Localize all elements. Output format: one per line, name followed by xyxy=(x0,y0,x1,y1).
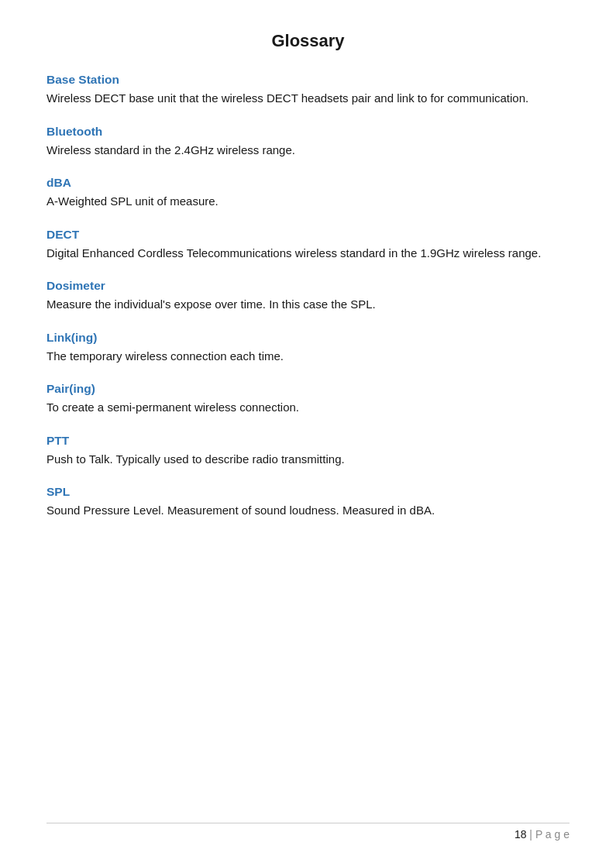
glossary-term: SPL xyxy=(46,485,570,499)
glossary-entry: DosimeterMeasure the individual's expose… xyxy=(46,279,570,314)
glossary-entry: DECTDigital Enhanced Cordless Telecommun… xyxy=(46,228,570,263)
glossary-term: Base Station xyxy=(46,73,570,87)
page-number: 18 xyxy=(514,828,527,841)
glossary-definition: Measure the individual's expose over tim… xyxy=(46,296,570,314)
glossary-definition: Wireless DECT base unit that the wireles… xyxy=(46,90,570,108)
glossary-entry: Base StationWireless DECT base unit that… xyxy=(46,73,570,108)
page-label: | P a g e xyxy=(529,828,570,841)
glossary-term: Pair(ing) xyxy=(46,382,570,396)
glossary-term: Bluetooth xyxy=(46,125,570,139)
glossary-definition: Wireless standard in the 2.4GHz wireless… xyxy=(46,142,570,160)
glossary-term: dBA xyxy=(46,176,570,190)
glossary-term: Dosimeter xyxy=(46,279,570,293)
glossary-definition: A-Weighted SPL unit of measure. xyxy=(46,193,570,211)
glossary-entry: Link(ing)The temporary wireless connecti… xyxy=(46,331,570,366)
glossary-term: DECT xyxy=(46,228,570,242)
glossary-entries: Base StationWireless DECT base unit that… xyxy=(46,73,570,520)
page: Glossary Base StationWireless DECT base … xyxy=(0,0,616,856)
glossary-definition: Digital Enhanced Cordless Telecommunicat… xyxy=(46,245,570,263)
glossary-entry: Pair(ing)To create a semi-permanent wire… xyxy=(46,382,570,417)
page-title: Glossary xyxy=(46,31,570,51)
glossary-definition: The temporary wireless connection each t… xyxy=(46,348,570,366)
glossary-entry: SPLSound Pressure Level. Measurement of … xyxy=(46,485,570,520)
glossary-entry: BluetoothWireless standard in the 2.4GHz… xyxy=(46,125,570,160)
glossary-definition: Sound Pressure Level. Measurement of sou… xyxy=(46,502,570,520)
glossary-entry: PTTPush to Talk. Typically used to descr… xyxy=(46,434,570,469)
page-footer: 18 | P a g e xyxy=(46,823,570,841)
glossary-term: Link(ing) xyxy=(46,331,570,345)
glossary-definition: Push to Talk. Typically used to describe… xyxy=(46,451,570,469)
glossary-entry: dBAA-Weighted SPL unit of measure. xyxy=(46,176,570,211)
glossary-term: PTT xyxy=(46,434,570,448)
glossary-definition: To create a semi-permanent wireless conn… xyxy=(46,399,570,417)
